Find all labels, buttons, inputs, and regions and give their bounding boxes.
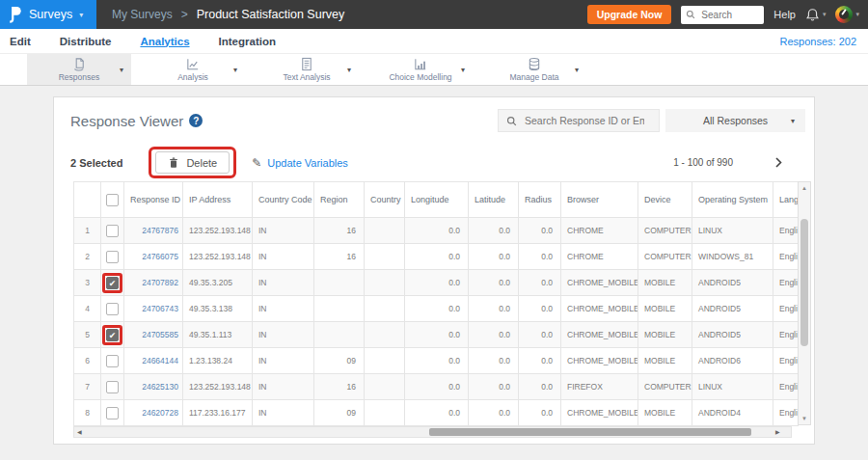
help-link[interactable]: Help (773, 9, 796, 20)
cell-radius: 0.0 (519, 322, 561, 348)
row-checkbox[interactable] (106, 225, 119, 237)
scroll-right-icon[interactable]: ▶ (775, 428, 780, 435)
cell-longitude: 0.0 (405, 322, 469, 348)
select-all-header-cell (101, 182, 124, 218)
delete-button[interactable]: Delete (155, 151, 230, 174)
cell-operating-system: LINUX (692, 218, 773, 244)
column-header-language[interactable]: Language (773, 182, 799, 218)
column-header-device[interactable]: Device (638, 182, 692, 218)
cell-response-id[interactable]: 24705585 (124, 322, 183, 348)
row-checkbox[interactable] (106, 251, 119, 263)
tab-choice-modelling[interactable]: Choice Modelling ▾ (368, 54, 473, 85)
responses-count[interactable]: Responses: 202 (780, 36, 868, 47)
column-header-radius[interactable]: Radius (519, 182, 561, 218)
global-search-box[interactable] (681, 6, 764, 24)
cell-region: 16 (314, 244, 365, 270)
table-row: 824620728117.233.16.177IN090.00.00.0CHRO… (74, 400, 799, 426)
upgrade-now-button[interactable]: Upgrade Now (587, 5, 672, 24)
tab-manage-data[interactable]: Manage Data ▾ (482, 54, 586, 85)
search-icon (506, 116, 517, 126)
row-select-cell (101, 348, 124, 374)
cell-operating-system: ANDROID5 (692, 296, 773, 322)
column-header-latitude[interactable]: Latitude (469, 182, 519, 218)
column-header-country-code[interactable]: Country Code (253, 182, 314, 218)
row-number: 2 (74, 244, 101, 270)
nav-integration[interactable]: Integration (219, 36, 276, 47)
nav-distribute[interactable]: Distribute (60, 36, 112, 47)
row-checkbox[interactable] (106, 355, 119, 367)
scroll-up-icon[interactable]: ▲ (799, 185, 810, 191)
cell-ip-address: 123.252.193.148 (183, 244, 253, 270)
cell-response-id[interactable]: 24707892 (124, 270, 183, 296)
cell-country-code: IN (253, 270, 314, 296)
cell-operating-system: LINUX (692, 374, 773, 400)
cell-response-id[interactable]: 24620728 (124, 400, 183, 426)
row-checkbox[interactable]: ✔ (106, 277, 119, 289)
chevron-down-icon[interactable]: ▾ (233, 66, 237, 74)
scroll-down-icon[interactable]: ▼ (799, 416, 810, 421)
column-header-ip-address[interactable]: IP Address (183, 182, 253, 218)
notifications-button[interactable]: ▾ (805, 8, 827, 22)
nav-analytics[interactable]: Analytics (140, 36, 189, 47)
cell-country (365, 374, 405, 400)
response-search-box[interactable] (498, 109, 660, 132)
chevron-down-icon[interactable]: ▾ (575, 66, 579, 74)
cell-operating-system: ANDROID4 (692, 400, 773, 426)
analytics-toolbar: Responses ▾ Analysis ▾ Text Analysis ▾ C… (0, 54, 868, 86)
column-header-browser[interactable]: Browser (561, 182, 638, 218)
cell-radius: 0.0 (519, 244, 561, 270)
breadcrumb-my-surveys[interactable]: My Surveys (112, 8, 173, 21)
response-search-input[interactable] (523, 114, 646, 127)
row-checkbox[interactable] (106, 407, 119, 419)
all-responses-dropdown[interactable]: All Responses ▾ (665, 109, 805, 132)
help-icon[interactable]: ? (189, 114, 203, 127)
column-header-region[interactable]: Region (314, 182, 365, 218)
cell-country-code: IN (253, 218, 314, 244)
column-header-response-id[interactable]: Response ID▲ (124, 182, 183, 218)
cell-response-id[interactable]: 24625130 (124, 374, 183, 400)
nav-edit[interactable]: Edit (10, 36, 31, 47)
tab-responses[interactable]: Responses ▾ (27, 54, 131, 85)
column-header-longitude[interactable]: Longitude (405, 182, 469, 218)
surveys-product-menu[interactable]: Surveys ▾ (0, 0, 96, 29)
horizontal-scrollbar[interactable]: ◀ ▶ (73, 426, 792, 438)
cell-browser: CHROME_MOBILE (561, 270, 638, 296)
cell-country (365, 400, 405, 426)
table-row: 42470674349.35.3.138IN0.00.00.0CHROME_MO… (74, 296, 799, 322)
row-number: 4 (74, 296, 101, 322)
responses-table: Response ID▲IP AddressCountry CodeRegion… (73, 181, 799, 426)
cell-response-id[interactable]: 24767876 (124, 218, 183, 244)
vertical-scrollbar-thumb[interactable] (800, 219, 808, 346)
cell-device: COMPUTER (638, 374, 692, 400)
row-checkbox[interactable] (106, 303, 119, 315)
account-menu-button[interactable]: ▾ (835, 6, 859, 23)
global-search-input[interactable] (699, 9, 759, 21)
column-header-operating-system[interactable]: Operating System (692, 182, 773, 218)
chevron-down-icon[interactable]: ▾ (461, 66, 465, 74)
row-checkbox[interactable] (106, 381, 119, 393)
select-all-checkbox[interactable] (106, 194, 119, 206)
tab-text-analysis[interactable]: Text Analysis ▾ (255, 54, 359, 85)
manage-data-icon (527, 57, 542, 71)
horizontal-scrollbar-thumb[interactable] (429, 428, 751, 436)
cell-country-code: IN (253, 296, 314, 322)
cell-country-code: IN (253, 400, 314, 426)
cell-response-id[interactable]: 24766075 (124, 244, 183, 270)
chevron-down-icon[interactable]: ▾ (120, 66, 123, 74)
cell-response-id[interactable]: 24664144 (124, 348, 183, 374)
row-select-cell (101, 400, 124, 426)
chevron-down-icon[interactable]: ▾ (347, 66, 351, 74)
row-number: 1 (74, 218, 101, 244)
cell-country (365, 270, 405, 296)
cell-country (365, 348, 405, 374)
tab-analysis[interactable]: Analysis ▾ (141, 54, 245, 85)
row-checkbox[interactable]: ✔ (106, 329, 119, 341)
update-variables-button[interactable]: ✎ Update Variables (252, 156, 348, 170)
vertical-scrollbar[interactable]: ▲ ▼ (798, 181, 811, 425)
scroll-left-icon[interactable]: ◀ (77, 428, 82, 435)
pagination-next-icon[interactable] (775, 157, 782, 168)
choice-modelling-icon (413, 57, 428, 71)
cell-language: English (773, 400, 799, 426)
column-header-country[interactable]: Country (365, 182, 405, 218)
cell-response-id[interactable]: 24706743 (124, 296, 183, 322)
